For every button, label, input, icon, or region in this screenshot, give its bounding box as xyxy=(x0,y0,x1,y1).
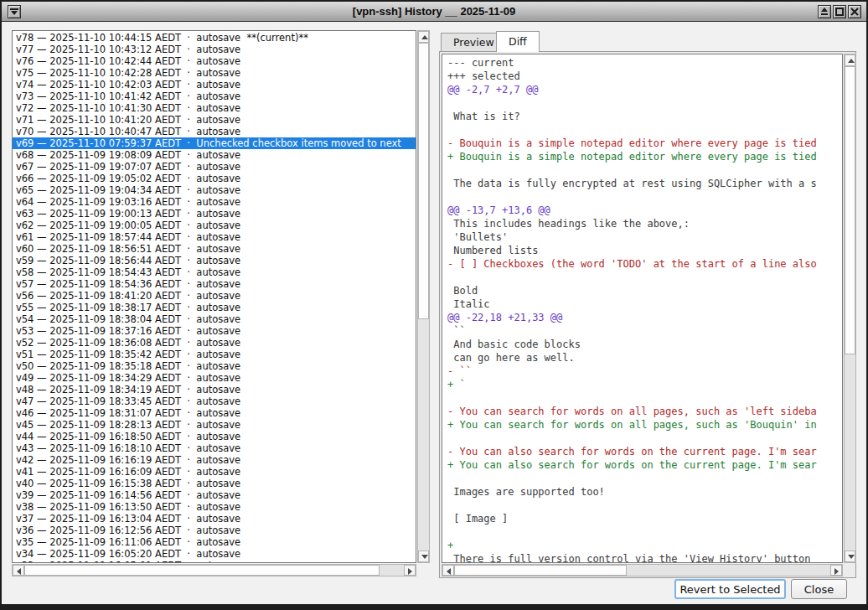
scroll-thumb[interactable] xyxy=(454,565,627,576)
scroll-right-button[interactable] xyxy=(404,565,416,576)
arrow-down-icon xyxy=(848,555,855,559)
diff-line-ctx: can go here as well. xyxy=(447,351,842,364)
version-row[interactable]: v57 — 2025-11-09 18:54:36 AEDT · autosav… xyxy=(13,278,416,290)
version-row[interactable]: v77 — 2025-11-10 10:43:12 AEDT · autosav… xyxy=(13,44,416,55)
version-row[interactable]: v50 — 2025-11-09 18:35:18 AEDT · autosav… xyxy=(13,360,416,372)
version-row[interactable]: v65 — 2025-11-09 19:04:34 AEDT · autosav… xyxy=(13,184,416,196)
version-row[interactable]: v72 — 2025-11-10 10:41:30 AEDT · autosav… xyxy=(13,102,416,114)
scroll-thumb[interactable] xyxy=(24,565,380,576)
version-row[interactable]: v37 — 2025-11-09 16:13:04 AEDT · autosav… xyxy=(13,513,416,525)
diff-horizontal-scrollbar[interactable] xyxy=(442,564,843,576)
version-row[interactable]: v53 — 2025-11-09 18:37:16 AEDT · autosav… xyxy=(13,325,416,337)
version-row[interactable]: v34 — 2025-11-09 16:05:20 AEDT · autosav… xyxy=(13,548,416,560)
version-row[interactable]: v68 — 2025-11-09 19:08:09 AEDT · autosav… xyxy=(13,149,416,161)
window-title: [vpn-ssh] History __ 2025-11-09 xyxy=(2,2,866,22)
window-body: v78 — 2025-11-10 10:44:15 AEDT · autosav… xyxy=(2,23,866,604)
version-row[interactable]: v38 — 2025-11-09 16:13:50 AEDT · autosav… xyxy=(13,501,416,513)
scroll-left-button[interactable] xyxy=(442,565,454,576)
version-row[interactable]: v74 — 2025-11-10 10:42:03 AEDT · autosav… xyxy=(13,79,416,90)
version-row[interactable]: v46 — 2025-11-09 18:31:07 AEDT · autosav… xyxy=(13,407,416,419)
scroll-up-button[interactable] xyxy=(418,31,429,43)
diff-pane: --- current+++ selected@@ -2,7 +2,7 @@ W… xyxy=(439,51,856,578)
arrow-left-icon xyxy=(447,568,451,575)
list-horizontal-scrollbar[interactable] xyxy=(12,564,416,576)
version-row[interactable]: v59 — 2025-11-09 18:56:44 AEDT · autosav… xyxy=(13,255,416,266)
diff-line-ctx: [ Image ] xyxy=(447,512,842,525)
diff-line-ctx: `` xyxy=(447,324,842,338)
version-row[interactable]: v40 — 2025-11-09 16:15:38 AEDT · autosav… xyxy=(13,478,416,489)
scroll-thumb[interactable] xyxy=(845,66,855,354)
version-row[interactable]: v39 — 2025-11-09 16:14:56 AEDT · autosav… xyxy=(13,489,416,501)
diff-line-ctx xyxy=(447,190,842,204)
titlebar[interactable]: [vpn-ssh] History __ 2025-11-09 xyxy=(2,2,866,22)
version-row[interactable]: v76 — 2025-11-10 10:42:44 AEDT · autosav… xyxy=(13,55,416,67)
version-row[interactable]: v41 — 2025-11-09 16:16:09 AEDT · autosav… xyxy=(13,466,416,478)
version-row[interactable]: v42 — 2025-11-09 16:16:19 AEDT · autosav… xyxy=(13,454,416,466)
diff-line-ctx xyxy=(447,432,842,445)
revert-to-selected-button[interactable]: Revert to Selected xyxy=(674,579,786,599)
version-row[interactable]: v60 — 2025-11-09 18:56:51 AEDT · autosav… xyxy=(13,243,416,255)
version-row[interactable]: v52 — 2025-11-09 18:36:08 AEDT · autosav… xyxy=(13,337,416,349)
diff-line-del: - You can also search for words on the c… xyxy=(447,445,842,458)
diff-line-ctx: The data is fully encrypted at rest usin… xyxy=(447,177,842,190)
scroll-up-button[interactable] xyxy=(845,54,855,66)
version-row[interactable]: v58 — 2025-11-09 18:54:43 AEDT · autosav… xyxy=(13,266,416,278)
diff-line-ctx xyxy=(447,123,842,137)
version-row[interactable]: v61 — 2025-11-09 18:57:44 AEDT · autosav… xyxy=(13,231,416,243)
diff-line-ctx: Images are supported too! xyxy=(447,485,842,499)
scroll-left-button[interactable] xyxy=(13,565,24,576)
diff-line-ctx xyxy=(447,472,842,485)
diff-line-add: + You can search for words on all pages,… xyxy=(447,418,842,432)
diff-vertical-scrollbar[interactable] xyxy=(844,54,856,563)
arrow-up-icon xyxy=(421,35,428,39)
version-row[interactable]: v48 — 2025-11-09 18:34:19 AEDT · autosav… xyxy=(13,384,416,395)
list-vertical-scrollbar[interactable] xyxy=(417,30,430,563)
scroll-down-button[interactable] xyxy=(845,551,855,562)
diff-line-ctx: 'Bullets' xyxy=(447,230,842,244)
version-row[interactable]: v44 — 2025-11-09 16:18:50 AEDT · autosav… xyxy=(13,431,416,442)
version-list[interactable]: v78 — 2025-11-10 10:44:15 AEDT · autosav… xyxy=(12,30,416,563)
diff-line-ctx: And basic code blocks xyxy=(447,338,842,351)
version-row[interactable]: v33 — 2025-11-09 16:05:01 AEDT · autosav… xyxy=(13,560,416,563)
diff-content[interactable]: --- current+++ selected@@ -2,7 +2,7 @@ W… xyxy=(442,54,843,563)
scroll-down-button[interactable] xyxy=(418,551,429,562)
version-row[interactable]: v45 — 2025-11-09 18:28:13 AEDT · autosav… xyxy=(13,419,416,431)
version-row[interactable]: v51 — 2025-11-09 18:35:42 AEDT · autosav… xyxy=(13,349,416,360)
scroll-right-button[interactable] xyxy=(830,565,842,576)
version-row[interactable]: v63 — 2025-11-09 19:00:13 AEDT · autosav… xyxy=(13,208,416,220)
version-row[interactable]: v54 — 2025-11-09 18:38:04 AEDT · autosav… xyxy=(13,313,416,325)
version-row[interactable]: v71 — 2025-11-10 10:41:20 AEDT · autosav… xyxy=(13,114,416,126)
version-row[interactable]: v56 — 2025-11-09 18:41:20 AEDT · autosav… xyxy=(13,290,416,302)
version-row[interactable]: v49 — 2025-11-09 18:34:29 AEDT · autosav… xyxy=(13,372,416,384)
diff-line-ctx xyxy=(447,525,842,539)
version-row[interactable]: v75 — 2025-11-10 10:42:28 AEDT · autosav… xyxy=(13,67,416,79)
version-row[interactable]: v36 — 2025-11-09 16:12:56 AEDT · autosav… xyxy=(13,525,416,536)
version-row[interactable]: v70 — 2025-11-10 10:40:47 AEDT · autosav… xyxy=(13,126,416,137)
version-row[interactable]: v73 — 2025-11-10 10:41:42 AEDT · autosav… xyxy=(13,90,416,102)
version-row-selected[interactable]: v69 — 2025-11-10 07:59:37 AEDT · Uncheck… xyxy=(13,137,416,149)
version-row[interactable]: v43 — 2025-11-09 16:18:10 AEDT · autosav… xyxy=(13,442,416,454)
diff-line-meta: +++ selected xyxy=(447,70,842,83)
diff-line-ctx: This includes headings like the above,: xyxy=(447,217,842,230)
version-row[interactable]: v35 — 2025-11-09 16:11:06 AEDT · autosav… xyxy=(13,536,416,548)
diff-line-del: - [ ] Checkboxes (the word 'TODO' at the… xyxy=(447,257,842,271)
window-close-button[interactable] xyxy=(848,5,861,18)
diff-line-add: + ` xyxy=(447,378,842,391)
version-row[interactable]: v47 — 2025-11-09 18:33:45 AEDT · autosav… xyxy=(13,395,416,407)
version-row[interactable]: v66 — 2025-11-09 19:05:02 AEDT · autosav… xyxy=(13,173,416,184)
version-row[interactable]: v78 — 2025-11-10 10:44:15 AEDT · autosav… xyxy=(13,32,416,44)
window-shade-button[interactable] xyxy=(818,5,831,18)
tab-diff[interactable]: Diff xyxy=(496,31,540,52)
version-row[interactable]: v67 — 2025-11-09 19:07:07 AEDT · autosav… xyxy=(13,161,416,173)
arrow-right-icon xyxy=(408,568,412,575)
version-row[interactable]: v62 — 2025-11-09 19:00:05 AEDT · autosav… xyxy=(13,220,416,231)
scroll-thumb[interactable] xyxy=(418,43,429,319)
diff-line-ctx: What is it? xyxy=(447,110,842,123)
version-row[interactable]: v64 — 2025-11-09 19:03:16 AEDT · autosav… xyxy=(13,196,416,208)
diff-line-ctx xyxy=(447,499,842,512)
window-maximize-button[interactable] xyxy=(833,5,846,18)
diff-line-add: + Bouquin is a simple notepad editor whe… xyxy=(447,150,842,163)
close-button[interactable]: Close xyxy=(791,579,847,599)
diff-line-add: + xyxy=(447,539,842,552)
version-row[interactable]: v55 — 2025-11-09 18:38:17 AEDT · autosav… xyxy=(13,302,416,313)
